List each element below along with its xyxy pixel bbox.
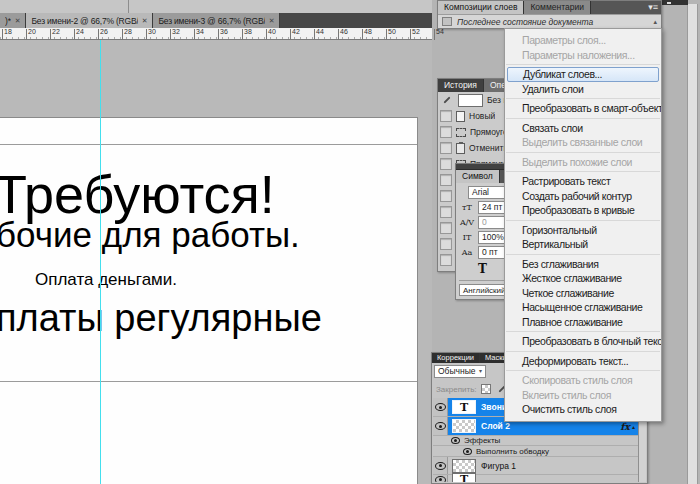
menu-item[interactable]: Вклеить стиль слоя <box>505 388 661 403</box>
menu-item[interactable]: Параметры наложения... <box>505 48 661 63</box>
canvas-text: Требуются! <box>0 167 275 221</box>
lock-label: Закрепить: <box>436 385 477 394</box>
menu-item[interactable]: Без сглаживания <box>505 257 661 272</box>
menu-item[interactable]: Деформировать текст... <box>505 354 661 369</box>
menu-item[interactable]: Удалить слои <box>505 82 661 97</box>
menu-separator <box>506 331 660 332</box>
menu-item[interactable]: Очистить стиль слоя <box>505 402 661 417</box>
ruler-tick-label: 48 <box>364 28 372 35</box>
eye-cell[interactable] <box>433 457 448 474</box>
layer-thumbnail[interactable]: T <box>452 400 476 414</box>
menu-separator <box>506 98 660 99</box>
panel-menu-icon[interactable]: ▾≡ <box>648 2 658 13</box>
tab-layer-comps[interactable]: Композиции слоев <box>438 1 524 14</box>
layer-effects-row[interactable]: Выполнить обводку <box>433 446 638 457</box>
close-icon[interactable]: ✕ <box>141 17 148 25</box>
layer-thumbnail[interactable] <box>452 419 476 433</box>
ruler-tick-label: 52 <box>412 28 420 35</box>
history-source-well[interactable] <box>440 158 452 170</box>
eye-icon[interactable] <box>451 437 460 444</box>
horizontal-ruler: 18202224262830323436384042444648505254 <box>0 28 432 40</box>
history-source-well[interactable] <box>440 174 452 186</box>
eye-icon[interactable] <box>435 403 446 411</box>
menu-item[interactable]: Растрировать текст <box>505 174 661 189</box>
menu-item[interactable]: Параметры слоя... <box>505 33 661 48</box>
document-canvas[interactable]: Требуются!бочие для работы.Оплата деньга… <box>0 117 418 484</box>
effect-name: Выполнить обводку <box>476 447 549 456</box>
window-top-strip <box>0 0 432 13</box>
collapsed-dock-strip <box>687 4 698 484</box>
eye-cell[interactable] <box>433 417 448 435</box>
menu-item[interactable]: Дубликат слоев... <box>507 67 659 82</box>
close-icon[interactable] <box>667 2 671 4</box>
tab-history[interactable]: История <box>438 79 484 92</box>
tab-adjustments[interactable]: Коррекции <box>432 353 480 363</box>
ruler-tick-label: 32 <box>172 28 180 35</box>
menu-item[interactable]: Преобразовать в кривые <box>505 203 661 218</box>
menu-item[interactable]: Скопировать стиль слоя <box>505 373 661 388</box>
ruler-tick-label: 44 <box>316 28 324 35</box>
ruler-tick-label: 54 <box>436 28 444 35</box>
layer-comp-row[interactable]: Последнее состояние документа ▴ <box>438 14 661 28</box>
layer-thumbnail[interactable]: T <box>452 473 476 483</box>
menu-separator <box>506 220 660 221</box>
snapshot-thumbnail[interactable] <box>458 94 483 107</box>
menu-item[interactable]: Создать рабочий контур <box>505 189 661 204</box>
eye-icon[interactable] <box>435 422 446 430</box>
canvas-text: бочие для работы. <box>0 217 300 252</box>
blend-mode-row: Обычные ▾ <box>434 365 486 378</box>
ruler-tick-label: 40 <box>268 28 276 35</box>
ruler-tick-label: 30 <box>148 28 156 35</box>
layer-effects-row[interactable]: Эффекты <box>433 436 638 446</box>
close-icon[interactable]: ✕ <box>268 17 275 25</box>
tab-comments[interactable]: Комментарии <box>524 1 591 14</box>
history-source-well[interactable] <box>440 254 452 266</box>
menu-item[interactable]: Насыщенное сглаживание <box>505 300 661 315</box>
menu-item[interactable]: Горизонтальный <box>505 223 661 238</box>
menu-item[interactable]: Выделить связанные слои <box>505 135 661 150</box>
ruler-tick-label: 42 <box>292 28 300 35</box>
close-icon[interactable]: ✕ <box>14 17 21 25</box>
document-tab-1[interactable]: Без имени-2 @ 66,7% (RGB/8) * ✕ <box>26 13 153 28</box>
tab-character[interactable]: Символ <box>456 170 500 183</box>
menu-item[interactable]: Выделить похожие слои <box>505 155 661 170</box>
lock-transparency-icon[interactable] <box>481 384 491 394</box>
layer-comp-icon <box>442 17 452 26</box>
eye-cell[interactable] <box>433 398 448 416</box>
document-tab-partial[interactable]: )* ✕ <box>0 13 26 28</box>
menu-item[interactable]: Четкое сглаживание <box>505 286 661 301</box>
menu-item[interactable]: Жесткое сглаживание <box>505 271 661 286</box>
pasteboard: Требуются!бочие для работы.Оплата деньга… <box>0 40 432 484</box>
menu-item[interactable]: Преобразовать в смарт-объект <box>505 101 661 116</box>
blend-mode-select[interactable]: Обычные ▾ <box>434 365 486 378</box>
eye-cell[interactable] <box>433 475 448 482</box>
eye-icon[interactable] <box>435 476 446 483</box>
history-source-well[interactable] <box>440 238 452 250</box>
history-source-well[interactable] <box>440 222 452 234</box>
history-source-well[interactable] <box>440 190 452 202</box>
canvas-rule-line-top <box>0 144 417 145</box>
collapse-icon[interactable]: ▴ <box>653 18 657 26</box>
menu-item[interactable]: Преобразовать в блочный текст <box>505 334 661 349</box>
ruler-tick-label: 50 <box>388 28 396 35</box>
document-tab-2[interactable]: Без имени-3 @ 66,7% (RGB/8) ✕ <box>153 13 280 28</box>
history-source-well[interactable] <box>440 126 452 138</box>
menu-item[interactable]: Вертикальный <box>505 237 661 252</box>
eye-icon[interactable] <box>435 462 446 470</box>
layer-row[interactable]: T <box>433 475 638 482</box>
menu-separator <box>506 64 660 65</box>
collapse-icon[interactable]: ▴ <box>632 423 635 430</box>
history-brush-icon[interactable] <box>443 96 450 103</box>
history-source-well[interactable] <box>440 206 452 218</box>
layer-thumbnail[interactable] <box>452 459 476 473</box>
menu-separator <box>506 171 660 172</box>
history-source-well[interactable] <box>440 142 452 154</box>
menu-item[interactable]: Связать слои <box>505 121 661 136</box>
canvas-text: Оплата деньгами. <box>35 271 177 288</box>
layer-comps-panel: Композиции слоев Комментарии ▾≡ Последне… <box>437 0 662 29</box>
document-tab-label: )* <box>5 16 11 26</box>
eye-icon[interactable] <box>463 448 472 455</box>
menu-item[interactable]: Плавное сглаживание <box>505 315 661 330</box>
fx-icon[interactable]: fx <box>620 421 630 432</box>
history-source-well[interactable] <box>440 110 452 122</box>
